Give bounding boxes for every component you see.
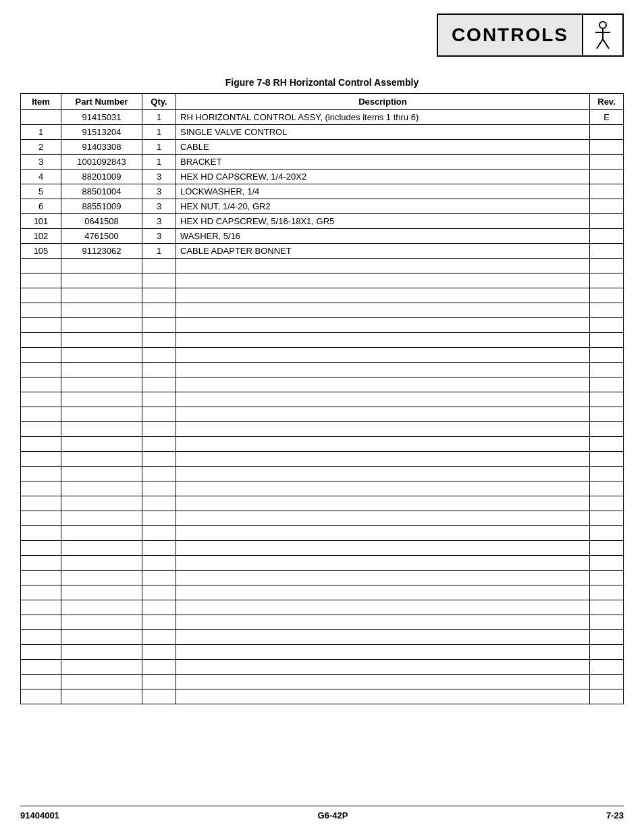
controls-icon <box>582 15 622 55</box>
cell-item: 1 <box>21 125 61 140</box>
table-row-empty <box>21 348 624 363</box>
cell-description: LOCKWASHER, 1/4 <box>176 184 590 199</box>
footer-left: 91404001 <box>20 810 59 820</box>
col-header-item: Item <box>21 94 61 110</box>
cell-qty: 3 <box>142 229 176 244</box>
table-row-empty <box>21 556 624 571</box>
cell-rev <box>590 184 624 199</box>
svg-point-0 <box>599 22 606 28</box>
cell-part-number: 1001092843 <box>61 155 142 170</box>
svg-line-4 <box>603 39 609 49</box>
table-row-empty <box>21 585 624 600</box>
cell-part-number: 88201009 <box>61 170 142 184</box>
parts-table: Item Part Number Qty. Description Rev. 9… <box>20 93 624 704</box>
table-row: 4882010093HEX HD CAPSCREW, 1/4-20X2 <box>21 170 624 184</box>
cell-qty: 3 <box>142 214 176 229</box>
table-row-empty <box>21 333 624 348</box>
footer-center: G6-42P <box>318 810 348 820</box>
table-row: 10247615003WASHER, 5/16 <box>21 229 624 244</box>
table-row-empty <box>21 541 624 556</box>
table-row-empty <box>21 377 624 392</box>
table-row-empty <box>21 288 624 303</box>
cell-qty: 3 <box>142 199 176 214</box>
cell-part-number: 91513204 <box>61 125 142 140</box>
cell-item: 2 <box>21 140 61 155</box>
cell-qty: 1 <box>142 125 176 140</box>
table-row: 105911230621CABLE ADAPTER BONNET <box>21 244 624 259</box>
table-row: 310010928431BRACKET <box>21 155 624 170</box>
cell-rev <box>590 140 624 155</box>
table-row-empty <box>21 407 624 422</box>
table-row-empty <box>21 630 624 645</box>
cell-description: HEX HD CAPSCREW, 1/4-20X2 <box>176 170 590 184</box>
table-row: 10106415083HEX HD CAPSCREW, 5/16-18X1, G… <box>21 214 624 229</box>
cell-part-number: 91123062 <box>61 244 142 259</box>
col-header-part-number: Part Number <box>61 94 142 110</box>
figure-title: Figure 7-8 RH Horizontal Control Assembl… <box>20 77 624 88</box>
table-row-empty <box>21 303 624 318</box>
header: CONTROLS <box>0 0 644 63</box>
cell-part-number: 88551009 <box>61 199 142 214</box>
table-row-empty <box>21 259 624 273</box>
controls-title: CONTROLS <box>438 18 582 53</box>
col-header-description: Description <box>176 94 590 110</box>
cell-part-number: 91403308 <box>61 140 142 155</box>
cell-description: HEX NUT, 1/4-20, GR2 <box>176 199 590 214</box>
table-row-empty <box>21 660 624 675</box>
table-row: 6885510093HEX NUT, 1/4-20, GR2 <box>21 199 624 214</box>
cell-rev <box>590 199 624 214</box>
table-row: 5885010043LOCKWASHER, 1/4 <box>21 184 624 199</box>
cell-rev: E <box>590 110 624 125</box>
table-row-empty <box>21 571 624 585</box>
cell-rev <box>590 244 624 259</box>
table-row-empty <box>21 675 624 689</box>
cell-part-number: 4761500 <box>61 229 142 244</box>
cell-qty: 1 <box>142 244 176 259</box>
cell-rev <box>590 125 624 140</box>
cell-item: 6 <box>21 199 61 214</box>
cell-description: BRACKET <box>176 155 590 170</box>
table-row-empty <box>21 511 624 526</box>
table-row-empty <box>21 318 624 333</box>
cell-part-number: 88501004 <box>61 184 142 199</box>
cell-item: 5 <box>21 184 61 199</box>
col-header-qty: Qty. <box>142 94 176 110</box>
table-row-empty <box>21 452 624 467</box>
cell-description: CABLE <box>176 140 590 155</box>
table-row-empty <box>21 363 624 377</box>
table-row: 2914033081CABLE <box>21 140 624 155</box>
cell-part-number: 0641508 <box>61 214 142 229</box>
controls-banner: CONTROLS <box>437 14 624 57</box>
cell-item: 102 <box>21 229 61 244</box>
cell-item: 105 <box>21 244 61 259</box>
cell-part-number: 91415031 <box>61 110 142 125</box>
table-row-empty <box>21 467 624 481</box>
cell-qty: 3 <box>142 184 176 199</box>
table-row: 914150311RH HORIZONTAL CONTROL ASSY, (in… <box>21 110 624 125</box>
footer-right: 7-23 <box>606 810 624 820</box>
footer: 91404001 G6-42P 7-23 <box>20 806 624 820</box>
cell-qty: 3 <box>142 170 176 184</box>
cell-item: 4 <box>21 170 61 184</box>
cell-description: CABLE ADAPTER BONNET <box>176 244 590 259</box>
table-row-empty <box>21 645 624 660</box>
svg-line-3 <box>597 39 603 49</box>
table-row-empty <box>21 600 624 615</box>
cell-rev <box>590 155 624 170</box>
table-row-empty <box>21 392 624 407</box>
cell-description: RH HORIZONTAL CONTROL ASSY, (includes it… <box>176 110 590 125</box>
table-row-empty <box>21 615 624 630</box>
cell-item <box>21 110 61 125</box>
cell-description: SINGLE VALVE CONTROL <box>176 125 590 140</box>
col-header-rev: Rev. <box>590 94 624 110</box>
cell-rev <box>590 229 624 244</box>
cell-description: HEX HD CAPSCREW, 5/16-18X1, GR5 <box>176 214 590 229</box>
cell-description: WASHER, 5/16 <box>176 229 590 244</box>
table-row-empty <box>21 273 624 288</box>
table-row-empty <box>21 422 624 437</box>
cell-item: 101 <box>21 214 61 229</box>
cell-qty: 1 <box>142 110 176 125</box>
table-row-empty <box>21 526 624 541</box>
cell-rev <box>590 170 624 184</box>
cell-qty: 1 <box>142 140 176 155</box>
